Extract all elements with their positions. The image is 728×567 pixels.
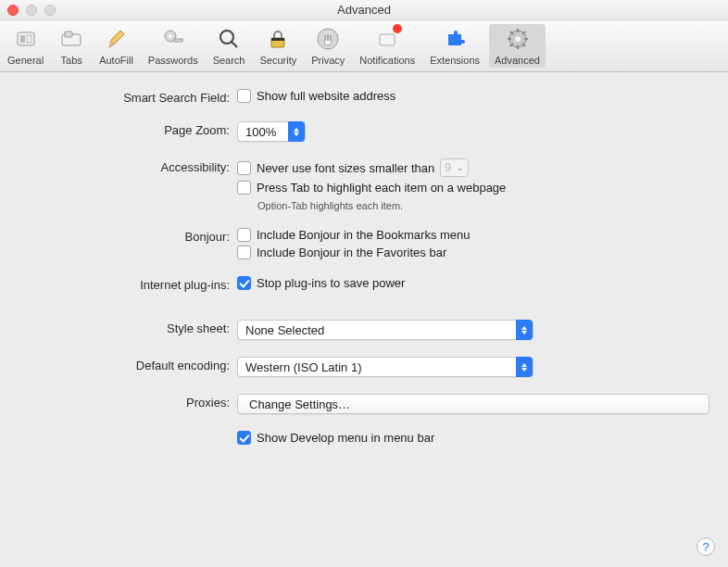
bonjour-label: Bonjour: [19, 228, 237, 244]
toolbar-label: Advanced [495, 55, 540, 66]
chevron-updown-icon [288, 121, 305, 142]
toolbar-label: Tabs [61, 55, 82, 66]
toolbar-tab-general[interactable]: General [0, 22, 51, 69]
bonjour-favorites-label: Include Bonjour in the Favorites bar [257, 246, 446, 259]
default-encoding-value: Western (ISO Latin 1) [245, 360, 361, 374]
change-settings-label: Change Settings… [249, 397, 350, 411]
min-font-field[interactable]: 9 ⌄ [440, 158, 469, 177]
svg-rect-4 [65, 32, 72, 37]
chevron-updown-icon [516, 357, 533, 377]
toolbar-label: Extensions [430, 55, 480, 66]
never-font-checkbox[interactable] [237, 161, 251, 175]
min-font-value: 9 [445, 161, 451, 174]
toolbar-tab-notifications[interactable]: Notifications [352, 22, 422, 69]
default-encoding-select[interactable]: Western (ISO Latin 1) [237, 357, 533, 377]
toolbar-label: AutoFill [99, 55, 133, 66]
show-full-address-checkbox[interactable] [237, 89, 251, 103]
chevron-updown-icon [516, 320, 533, 340]
svg-line-11 [232, 42, 237, 47]
preferences-content: Smart Search Field: Show full website ad… [0, 72, 728, 460]
toolbar-label: General [7, 55, 44, 66]
window-title: Advanced [0, 3, 728, 17]
toolbar-label: Security [259, 55, 296, 66]
toolbar-tab-tabs[interactable]: Tabs [51, 22, 92, 69]
toolbar-tab-advanced[interactable]: Advanced [489, 24, 546, 68]
toolbar-tab-search[interactable]: Search [206, 22, 253, 69]
accessibility-label: Accessibility: [19, 158, 237, 174]
never-font-label: Never use font sizes smaller than [257, 161, 434, 175]
proxies-label: Proxies: [19, 394, 237, 410]
toolbar-tab-privacy[interactable]: Privacy [304, 22, 352, 69]
svg-rect-2 [27, 35, 31, 43]
show-develop-label: Show Develop menu in menu bar [257, 431, 434, 445]
bonjour-bookmarks-checkbox[interactable] [237, 228, 251, 242]
tabs-icon [58, 26, 84, 52]
stop-plugins-checkbox[interactable] [237, 276, 251, 290]
svg-rect-13 [271, 38, 284, 41]
svg-rect-15 [380, 34, 395, 45]
style-sheet-select[interactable]: None Selected [237, 320, 533, 340]
window-titlebar: Advanced [0, 0, 728, 20]
magnifier-icon [216, 26, 242, 52]
help-icon: ? [702, 540, 709, 554]
toolbar-label: Passwords [148, 55, 198, 66]
style-sheet-value: None Selected [245, 323, 324, 337]
press-tab-label: Press Tab to highlight each item on a we… [257, 181, 506, 195]
svg-rect-9 [174, 39, 182, 42]
chevron-down-icon: ⌄ [457, 163, 464, 172]
press-tab-checkbox[interactable] [237, 181, 251, 195]
page-zoom-value: 100% [245, 125, 276, 139]
bonjour-bookmarks-label: Include Bonjour in the Bookmarks menu [257, 228, 471, 242]
gear-icon [505, 26, 531, 52]
toolbar-tab-passwords[interactable]: Passwords [141, 22, 206, 69]
style-sheet-label: Style sheet: [19, 320, 237, 335]
switch-icon [13, 26, 39, 52]
stop-plugins-label: Stop plug-ins to save power [257, 276, 405, 290]
hand-icon [315, 26, 341, 52]
toolbar-tab-security[interactable]: Security [252, 22, 304, 69]
toolbar-label: Search [213, 55, 245, 66]
toolbar-tab-autofill[interactable]: AutoFill [92, 22, 141, 69]
smart-search-label: Smart Search Field: [19, 89, 237, 105]
svg-point-8 [169, 34, 172, 38]
svg-rect-1 [20, 35, 25, 43]
page-zoom-label: Page Zoom: [19, 121, 237, 137]
notification-icon [374, 26, 400, 52]
accessibility-hint: Option-Tab highlights each item. [257, 200, 709, 211]
plugins-label: Internet plug-ins: [19, 276, 237, 292]
svg-point-10 [220, 31, 233, 44]
help-button[interactable]: ? [697, 537, 715, 556]
bonjour-favorites-checkbox[interactable] [237, 246, 251, 259]
page-zoom-select[interactable]: 100% [237, 121, 306, 142]
toolbar-label: Privacy [311, 55, 345, 66]
toolbar-label: Notifications [359, 55, 415, 66]
show-develop-checkbox[interactable] [237, 431, 251, 445]
toolbar-tab-extensions[interactable]: Extensions [422, 22, 487, 69]
svg-point-17 [515, 36, 521, 42]
key-icon [160, 26, 186, 52]
change-settings-button[interactable]: Change Settings… [237, 394, 709, 414]
default-encoding-label: Default encoding: [19, 357, 237, 372]
preferences-toolbar: General Tabs AutoFill Passwords Search [0, 20, 728, 72]
pencil-icon [103, 26, 129, 52]
show-full-address-label: Show full website address [257, 89, 395, 103]
lock-icon [265, 26, 291, 52]
puzzle-icon [442, 26, 468, 52]
badge-dot-icon [393, 24, 402, 33]
